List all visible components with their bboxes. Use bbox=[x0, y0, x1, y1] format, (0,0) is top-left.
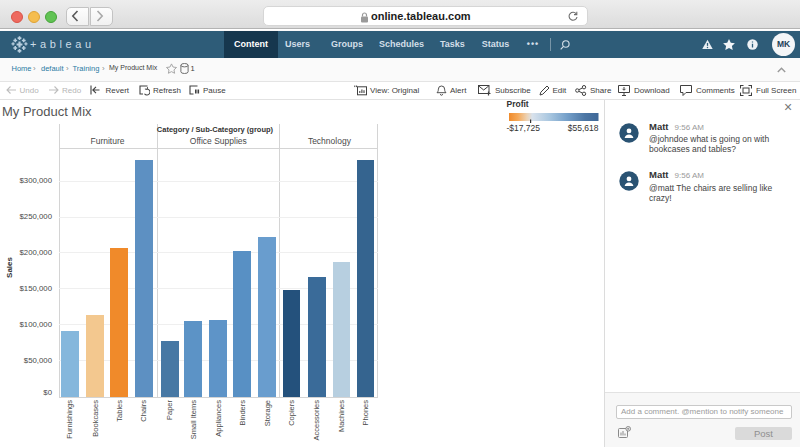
svg-text:Appliances: Appliances bbox=[214, 400, 223, 437]
svg-text:$300,000: $300,000 bbox=[19, 176, 52, 185]
svg-text:$250,000: $250,000 bbox=[19, 212, 52, 221]
svg-text:$0: $0 bbox=[43, 388, 52, 397]
svg-text:$200,000: $200,000 bbox=[19, 248, 52, 257]
svg-text:$55,618: $55,618 bbox=[568, 123, 599, 133]
svg-text:Copiers: Copiers bbox=[287, 400, 296, 426]
svg-text:Paper: Paper bbox=[165, 399, 174, 420]
svg-text:$50,000: $50,000 bbox=[24, 356, 53, 365]
svg-text:-$17,725: -$17,725 bbox=[507, 123, 541, 133]
svg-text:Phones: Phones bbox=[361, 400, 370, 426]
svg-text:Storage: Storage bbox=[263, 400, 272, 426]
svg-text:Chairs: Chairs bbox=[139, 400, 148, 422]
svg-text:Tables: Tables bbox=[115, 400, 124, 422]
svg-text:Category / Sub-Category (group: Category / Sub-Category (group) bbox=[157, 125, 274, 134]
svg-text:$150,000: $150,000 bbox=[19, 284, 52, 293]
svg-text:Bookcases: Bookcases bbox=[91, 400, 100, 437]
svg-text:Accessories: Accessories bbox=[312, 400, 321, 441]
svg-text:Machines: Machines bbox=[337, 400, 346, 432]
svg-text:Profit: Profit bbox=[507, 99, 529, 109]
svg-text:$100,000: $100,000 bbox=[19, 320, 52, 329]
svg-text:Sales: Sales bbox=[5, 256, 14, 277]
svg-text:Technology: Technology bbox=[308, 136, 352, 146]
svg-text:Furnishings: Furnishings bbox=[65, 400, 74, 439]
svg-text:Furniture: Furniture bbox=[90, 136, 124, 146]
svg-text:Office Supplies: Office Supplies bbox=[190, 136, 247, 146]
svg-text:Small Items: Small Items bbox=[189, 400, 198, 439]
svg-text:Binders: Binders bbox=[238, 400, 247, 426]
svg-text:My Product Mix: My Product Mix bbox=[2, 104, 92, 119]
